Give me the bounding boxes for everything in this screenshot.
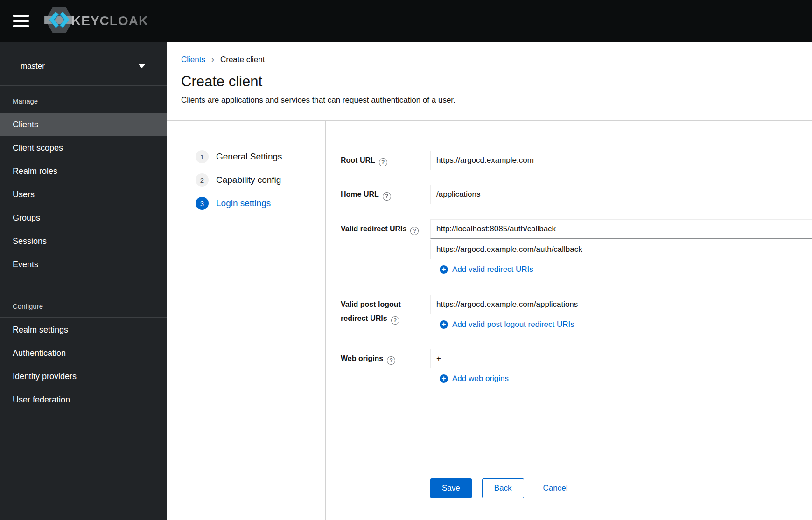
valid-redirect-uris-label: Valid redirect URIs? [341, 219, 430, 274]
realm-selector-value: master [21, 62, 45, 71]
redirect-uri-input-1[interactable] [430, 219, 812, 239]
sidebar-item-clients[interactable]: Clients [0, 113, 167, 136]
hamburger-menu-icon[interactable] [13, 15, 29, 27]
sidebar: master Manage Clients Client scopes Real… [0, 42, 167, 520]
save-button[interactable]: Save [430, 478, 472, 498]
add-web-origins-button[interactable]: + Add web origins [440, 374, 509, 383]
help-icon[interactable]: ? [387, 356, 395, 365]
step-number-badge: 1 [196, 150, 209, 163]
breadcrumb-clients-link[interactable]: Clients [181, 55, 205, 64]
sidebar-item-sessions[interactable]: Sessions [0, 229, 167, 253]
nav-section-manage: Manage [0, 95, 167, 107]
help-icon[interactable]: ? [383, 192, 391, 201]
help-icon[interactable]: ? [410, 227, 419, 235]
step-number-badge: 2 [196, 173, 209, 187]
sidebar-item-user-federation[interactable]: User federation [0, 388, 167, 411]
plus-circle-icon: + [440, 265, 448, 274]
help-icon[interactable]: ? [391, 316, 399, 325]
step-number-badge: 3 [196, 197, 209, 210]
root-url-input[interactable] [430, 151, 812, 170]
chevron-right-icon: › [211, 55, 214, 64]
wizard-step-general-settings[interactable]: 1 General Settings [196, 150, 325, 163]
wizard-step-login-settings[interactable]: 3 Login settings [196, 197, 325, 210]
redirect-uri-input-2[interactable] [430, 240, 812, 259]
plus-circle-icon: + [440, 374, 448, 383]
help-icon[interactable]: ? [379, 158, 387, 166]
add-redirect-uri-button[interactable]: + Add valid redirect URIs [440, 265, 533, 274]
plus-circle-icon: + [440, 320, 448, 329]
root-url-row: Root URL? [341, 151, 812, 170]
nav-divider [0, 317, 167, 318]
web-origins-row: Web origins? + Add web origins [341, 349, 812, 383]
masthead: KEYCLOAK [0, 0, 812, 42]
wizard-step-capability-config[interactable]: 2 Capability config [196, 173, 325, 187]
sidebar-item-groups[interactable]: Groups [0, 206, 167, 229]
sidebar-nav: Manage Clients Client scopes Realm roles… [0, 95, 167, 411]
sidebar-item-realm-roles[interactable]: Realm roles [0, 159, 167, 183]
back-button[interactable]: Back [482, 478, 524, 498]
breadcrumb: Clients › Create client [181, 55, 793, 64]
keycloak-logo: KEYCLOAK [44, 7, 148, 35]
post-logout-uris-label: Valid post logout redirect URIs? [341, 295, 430, 329]
brand-text: KEYCLOAK [71, 14, 148, 28]
realm-selector-block: master [0, 42, 167, 86]
page-header: Clients › Create client Create client Cl… [167, 42, 812, 106]
page-description: Clients are applications and services th… [181, 95, 793, 106]
home-url-input[interactable] [430, 185, 812, 204]
root-url-label: Root URL? [341, 151, 430, 170]
wizard-nav: 1 General Settings 2 Capability config 3… [167, 121, 326, 520]
add-post-logout-uri-button[interactable]: + Add valid post logout redirect URIs [440, 320, 574, 329]
home-url-row: Home URL? [341, 185, 812, 204]
web-origins-label: Web origins? [341, 349, 430, 383]
sidebar-item-users[interactable]: Users [0, 183, 167, 206]
breadcrumb-current: Create client [220, 55, 265, 64]
form-actions: Save Back Cancel [430, 478, 812, 498]
realm-selector[interactable]: master [13, 56, 153, 76]
post-logout-uri-input[interactable] [430, 295, 812, 314]
web-origins-input[interactable] [430, 349, 812, 368]
page-title: Create client [181, 72, 793, 91]
login-settings-form: Root URL? Home URL? Valid redirect URIs? [326, 121, 812, 520]
keycloak-logo-icon [44, 7, 74, 35]
valid-redirect-uris-row: Valid redirect URIs? + Add valid redirec… [341, 219, 812, 274]
sidebar-item-client-scopes[interactable]: Client scopes [0, 136, 167, 159]
sidebar-item-identity-providers[interactable]: Identity providers [0, 365, 167, 388]
nav-section-configure: Configure [0, 300, 167, 312]
home-url-label: Home URL? [341, 185, 430, 204]
sidebar-item-realm-settings[interactable]: Realm settings [0, 318, 167, 341]
cancel-button[interactable]: Cancel [543, 484, 568, 493]
sidebar-item-events[interactable]: Events [0, 253, 167, 276]
main-content: Clients › Create client Create client Cl… [167, 42, 812, 520]
caret-down-icon [139, 64, 145, 68]
sidebar-item-authentication[interactable]: Authentication [0, 341, 167, 365]
post-logout-uris-row: Valid post logout redirect URIs? + Add v… [341, 295, 812, 329]
